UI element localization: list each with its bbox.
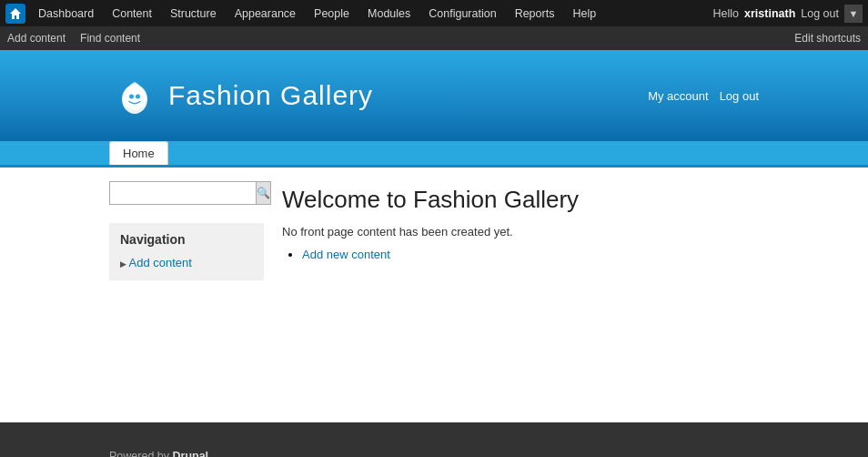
add-new-content-link[interactable]: Add new content [302, 248, 390, 261]
header-user-links: My account Log out [648, 89, 759, 103]
toolbar-help[interactable]: Help [563, 4, 605, 24]
nav-block: Navigation Add content [109, 223, 264, 280]
nav-add-content[interactable]: Add content [129, 256, 192, 269]
add-content-list: Add new content [282, 248, 759, 261]
shortcuts-bar: Add content Find content Edit shortcuts [0, 26, 868, 50]
header-logout[interactable]: Log out [720, 89, 759, 103]
site-nav: Home [0, 141, 868, 168]
powered-by: Powered by Drupal [109, 450, 759, 457]
toolbar-structure[interactable]: Structure [161, 4, 226, 24]
page-title: Welcome to Fashion Gallery [282, 186, 759, 214]
toolbar-content[interactable]: Content [103, 4, 161, 24]
search-input[interactable] [109, 181, 257, 205]
sidebar: 🔍 Navigation Add content [109, 168, 264, 422]
list-item: Add new content [302, 248, 759, 261]
toolbar-arrow-btn[interactable]: ▼ [844, 5, 863, 23]
toolbar-nav: Dashboard Content Structure Appearance P… [29, 4, 605, 24]
no-content-message: No front page content has been created y… [282, 225, 759, 239]
home-icon[interactable] [5, 4, 25, 24]
username: xristinath [744, 7, 795, 20]
admin-toolbar: Dashboard Content Structure Appearance P… [0, 0, 868, 26]
site-footer: Powered by Drupal [0, 422, 868, 457]
shortcut-add-content[interactable]: Add content [7, 32, 66, 45]
toolbar-logout[interactable]: Log out [801, 7, 839, 20]
powered-by-prefix: Powered by [109, 450, 172, 457]
toolbar-reports[interactable]: Reports [506, 4, 564, 24]
hello-prefix: Hello [713, 7, 740, 20]
drupal-link[interactable]: Drupal [172, 450, 208, 457]
toolbar-people[interactable]: People [305, 4, 358, 24]
header-my-account[interactable]: My account [648, 89, 708, 103]
toolbar-right: Hello xristinath Log out ▼ [713, 5, 863, 23]
search-form: 🔍 [109, 181, 264, 205]
site-name: Fashion Gallery [168, 80, 373, 111]
site-header: Fashion Gallery My account Log out [0, 50, 868, 141]
nav-tab-home[interactable]: Home [109, 141, 168, 165]
svg-point-1 [129, 95, 134, 99]
toolbar-modules[interactable]: Modules [358, 4, 419, 24]
list-item: Add content [120, 254, 253, 271]
svg-point-2 [136, 95, 140, 99]
toolbar-appearance[interactable]: Appearance [226, 4, 305, 24]
edit-shortcuts-link[interactable]: Edit shortcuts [794, 32, 861, 45]
toolbar-configuration[interactable]: Configuration [419, 4, 505, 24]
toolbar-dashboard[interactable]: Dashboard [29, 4, 103, 24]
main-wrapper: 🔍 Navigation Add content Welcome to Fash… [0, 168, 868, 422]
shortcut-find-content[interactable]: Find content [80, 32, 140, 45]
search-button[interactable]: 🔍 [257, 181, 271, 205]
main-content: Welcome to Fashion Gallery No front page… [282, 168, 759, 422]
nav-block-list: Add content [120, 254, 253, 271]
nav-block-title: Navigation [120, 232, 253, 247]
site-logo [109, 71, 159, 121]
